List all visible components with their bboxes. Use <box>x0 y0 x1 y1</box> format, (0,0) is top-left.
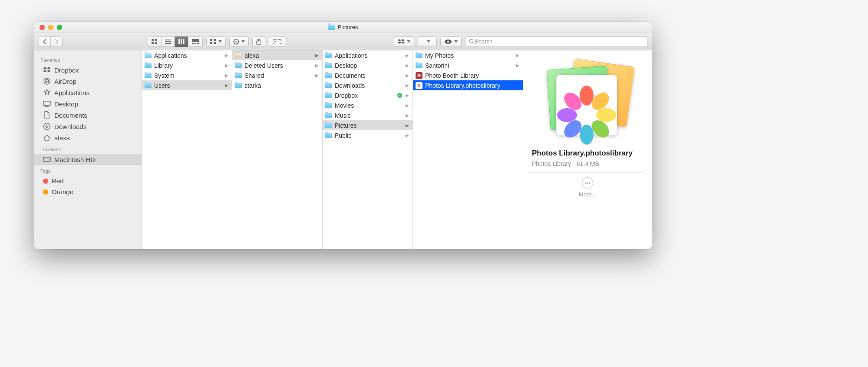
folder-icon <box>235 83 242 88</box>
svg-rect-14 <box>210 39 212 41</box>
svg-rect-7 <box>178 39 180 44</box>
home-icon <box>43 134 51 142</box>
share-button[interactable] <box>252 36 265 47</box>
nav-buttons <box>39 36 63 47</box>
folder-icon <box>145 53 152 58</box>
sidebar-item-downloads[interactable]: Downloads <box>34 121 142 132</box>
folder-icon <box>325 53 332 58</box>
forward-button[interactable] <box>50 36 63 47</box>
sidebar-item-label: Applications <box>54 89 89 96</box>
file-row-photos-library[interactable]: Photos Library.photoslibrary <box>413 80 523 90</box>
folder-row-public[interactable]: Public▶ <box>323 130 413 140</box>
search-input[interactable] <box>475 38 644 45</box>
sidebar-item-desktop[interactable]: Desktop <box>34 98 142 109</box>
more-button[interactable]: ••• <box>582 177 593 188</box>
sidebar-item-home[interactable]: alexa <box>34 132 142 143</box>
home-folder-icon <box>235 53 242 58</box>
folder-row-applications[interactable]: Applications▶ <box>142 50 232 60</box>
sidebar-item-airdrop[interactable]: AirDrop <box>34 76 142 87</box>
folder-row-applications[interactable]: Applications▶ <box>323 50 413 60</box>
sidebar-item-macintosh-hd[interactable]: Macintosh HD <box>34 154 142 165</box>
sidebar-header-locations: Locations <box>34 143 142 154</box>
folder-row-documents[interactable]: Documents▶ <box>323 70 413 80</box>
folder-row-shared[interactable]: Shared▶ <box>232 70 322 80</box>
sidebar-tag-red[interactable]: Red <box>34 175 142 186</box>
folder-row-my-photos[interactable]: My Photos▶ <box>413 50 523 60</box>
svg-rect-6 <box>165 43 171 44</box>
action-button[interactable] <box>229 36 249 47</box>
folder-icon <box>145 83 152 88</box>
folder-icon <box>325 133 332 138</box>
folder-row-desktop[interactable]: Desktop▶ <box>323 60 413 70</box>
sidebar-header-favorites: Favorites <box>34 54 142 64</box>
folder-row-deleted-users[interactable]: Deleted Users▶ <box>232 60 322 70</box>
search-field[interactable] <box>465 36 647 47</box>
column-3: Applications▶ Desktop▶ Documents▶ Downlo… <box>323 50 413 249</box>
folder-icon <box>325 123 332 128</box>
minimize-button[interactable] <box>48 25 53 30</box>
zoom-button[interactable] <box>57 25 62 30</box>
svg-point-22 <box>274 41 276 42</box>
column-view-button[interactable] <box>175 36 188 47</box>
list-view-button[interactable] <box>161 36 175 47</box>
sidebar-tag-orange[interactable]: Orange <box>34 186 142 197</box>
folder-row-alexa[interactable]: alexa▶ <box>232 50 322 60</box>
arrange-button[interactable] <box>206 36 226 47</box>
column-browser: Applications▶ Library▶ System▶ Users▶ al… <box>142 50 652 249</box>
folder-icon <box>325 63 332 68</box>
photos-app-icon <box>567 86 606 125</box>
chevron-right-icon: ▶ <box>516 53 521 58</box>
sidebar-item-label: Dropbox <box>54 66 79 74</box>
chevron-right-icon: ▶ <box>225 63 230 68</box>
icon-view-button[interactable] <box>148 36 161 47</box>
tags-button[interactable] <box>269 36 285 47</box>
sidebar-item-label: AirDrop <box>54 78 76 85</box>
svg-rect-9 <box>183 39 185 44</box>
sidebar-item-label: alexa <box>54 134 70 142</box>
svg-rect-1 <box>155 39 157 41</box>
svg-point-24 <box>447 40 449 43</box>
svg-rect-12 <box>195 43 196 44</box>
title-text: Pictures <box>338 24 358 30</box>
svg-rect-11 <box>192 43 194 44</box>
chevron-right-icon: ▶ <box>315 53 320 58</box>
chevron-right-icon: ▶ <box>406 73 411 78</box>
folder-row-pictures[interactable]: Pictures▶ <box>323 120 413 130</box>
dropbox-menu-button[interactable] <box>394 36 414 47</box>
folder-row-music[interactable]: Music▶ <box>323 110 413 120</box>
folder-row-santorini[interactable]: Santorini▶ <box>413 60 523 70</box>
folder-row-starka[interactable]: starka <box>232 80 322 90</box>
divider <box>530 172 645 173</box>
chevron-right-icon: ▶ <box>225 73 230 78</box>
sidebar-item-label: Downloads <box>54 123 86 130</box>
close-button[interactable] <box>40 25 45 30</box>
sidebar-item-label: Macintosh HD <box>54 156 95 163</box>
downloads-icon <box>43 122 51 130</box>
folder-row-dropbox[interactable]: Dropbox▶ <box>323 90 413 100</box>
svg-line-26 <box>473 43 475 44</box>
sidebar-item-label: Desktop <box>54 100 78 108</box>
column-2: alexa▶ Deleted Users▶ Shared▶ starka <box>232 50 323 249</box>
folder-icon <box>145 63 152 68</box>
gallery-view-button[interactable] <box>188 36 203 47</box>
sidebar-item-label: Orange <box>52 188 73 195</box>
chevron-right-icon: ▶ <box>406 103 411 108</box>
folder-row-movies[interactable]: Movies▶ <box>323 100 413 110</box>
sidebar: Favorites Dropbox AirDrop Applications D… <box>34 50 142 249</box>
file-row-photo-booth[interactable]: ❋Photo Booth Library <box>413 70 523 80</box>
toolbar-dropdown-1[interactable] <box>418 36 437 47</box>
folder-row-downloads[interactable]: Downloads▶ <box>323 80 413 90</box>
sidebar-item-dropbox[interactable]: Dropbox <box>34 64 142 76</box>
sidebar-item-documents[interactable]: Documents <box>34 109 142 121</box>
sidebar-item-applications[interactable]: Applications <box>34 87 142 98</box>
disk-icon <box>43 155 51 163</box>
folder-icon <box>325 93 332 98</box>
svg-rect-13 <box>197 43 199 44</box>
tag-dot-icon <box>43 179 48 184</box>
back-button[interactable] <box>39 36 50 47</box>
folder-row-library[interactable]: Library▶ <box>142 60 232 70</box>
folder-row-system[interactable]: System▶ <box>142 70 232 80</box>
photos-icon <box>416 82 422 89</box>
quicklook-menu-button[interactable] <box>440 36 462 47</box>
folder-row-users[interactable]: Users▶ <box>142 80 232 90</box>
